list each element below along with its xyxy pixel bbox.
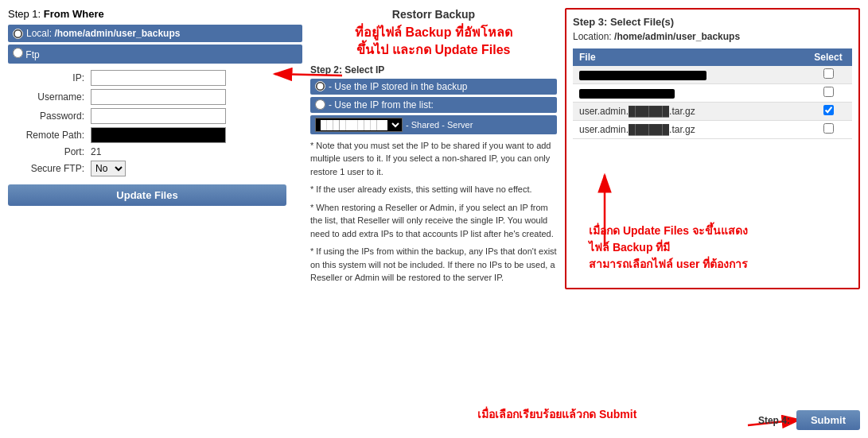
file-col-header: File — [573, 48, 804, 66]
server-dropdown[interactable]: ████████████ — [315, 118, 403, 132]
info-text-2: * If the user already exists, this setti… — [310, 183, 557, 196]
ip-list-radio[interactable] — [315, 99, 325, 110]
file-select-cell[interactable] — [804, 103, 852, 121]
ip-input[interactable] — [91, 70, 226, 86]
step1-panel: Step 1: From Where Local: /home/admin/us… — [8, 8, 302, 289]
username-label: Username: — [16, 87, 88, 107]
password-input[interactable] — [91, 108, 226, 124]
username-row: Username: — [16, 87, 310, 107]
ip-stored-row[interactable]: - Use the IP stored in the backup — [310, 79, 557, 95]
file-checkbox[interactable] — [823, 87, 834, 97]
file-checkbox[interactable] — [823, 123, 834, 134]
page-title: Restorr Backup — [310, 8, 557, 21]
remote-path-row: Remote Path: — [16, 126, 310, 145]
step2-panel: Restorr Backup ที่อยู่ไฟล์ Backup ที่อัพ… — [310, 8, 557, 289]
step1-label: Step 1: — [8, 8, 41, 20]
local-label: Local: — [26, 28, 52, 39]
ip-label: IP: — [16, 68, 88, 87]
info-text-3: * When restoring a Reseller or Admin, if… — [310, 201, 557, 241]
file-select-cell[interactable] — [804, 121, 852, 139]
ftp-option-row[interactable]: Ftp — [8, 45, 302, 64]
info-text-4: * If using the IPs from within the backu… — [310, 245, 557, 285]
port-row: Port: 21 — [16, 145, 310, 159]
port-label: Port: — [16, 145, 88, 159]
file-select-cell[interactable] — [804, 66, 852, 84]
server-select-row[interactable]: ████████████ - Shared - Server — [310, 115, 557, 134]
secure-ftp-select[interactable]: No Yes — [91, 161, 126, 176]
file-table-row: user.admin.██████.tar.gz — [573, 121, 852, 139]
file-checkbox[interactable] — [823, 68, 834, 79]
file-table-row — [573, 84, 852, 103]
file-name-cell — [573, 66, 804, 84]
file-table-row: user.admin.██████.tar.gz — [573, 103, 852, 121]
remote-path-label: Remote Path: — [16, 126, 88, 145]
ip-list-label: - Use the IP from the list: — [329, 99, 434, 110]
ip-list-row[interactable]: - Use the IP from the list: — [310, 97, 557, 113]
location-path: /home/admin/user_backups — [614, 31, 740, 42]
step4-label: Step 4: — [758, 415, 790, 426]
ip-row: IP: — [16, 68, 310, 87]
step1-label-bold: From Where — [44, 8, 104, 20]
update-files-button[interactable]: Update Files — [8, 184, 286, 206]
password-label: Password: — [16, 107, 88, 126]
file-table: File Select user.admin.██████.tar.gzuser… — [573, 48, 852, 139]
file-checkbox[interactable] — [823, 105, 834, 115]
port-value: 21 — [88, 145, 310, 159]
select-col-header: Select — [804, 48, 852, 66]
remote-path-input[interactable] — [91, 127, 226, 143]
username-input[interactable] — [91, 89, 226, 105]
step2-heading: Step 2: Select IP — [310, 64, 557, 76]
ftp-form-table: IP: Username: Password: Remote Path: Por… — [16, 68, 310, 178]
location-text: Location: /home/admin/user_backups — [573, 31, 852, 42]
step4-area: Step 4: Submit — [758, 410, 860, 430]
ip-stored-radio[interactable] — [315, 81, 325, 91]
step3-heading: Step 3: Select File(s) — [573, 16, 852, 28]
file-name-cell: user.admin.██████.tar.gz — [573, 103, 804, 121]
local-path: /home/admin/user_backups — [54, 28, 180, 39]
local-option-row[interactable]: Local: /home/admin/user_backups — [8, 25, 302, 42]
thai-annotation-1: ที่อยู่ไฟล์ Backup ที่อัพโหลดขึ้นไป และก… — [310, 24, 557, 60]
location-label: Location: — [573, 31, 612, 42]
password-row: Password: — [16, 107, 310, 126]
local-radio[interactable] — [13, 29, 23, 39]
ftp-radio[interactable] — [13, 48, 23, 58]
local-option-label: Local: /home/admin/user_backups — [26, 28, 180, 39]
step3-panel: Step 3: Select File(s) Location: /home/a… — [565, 8, 860, 289]
file-select-cell[interactable] — [804, 84, 852, 103]
ftp-label: Ftp — [25, 49, 39, 60]
file-table-row — [573, 66, 852, 84]
file-name-cell — [573, 84, 804, 103]
submit-button[interactable]: Submit — [796, 410, 860, 430]
secure-ftp-row: Secure FTP: No Yes — [16, 159, 310, 178]
file-name-cell: user.admin.██████.tar.gz — [573, 121, 804, 139]
ip-stored-label: - Use the IP stored in the backup — [329, 81, 468, 92]
server-label: - Shared - Server — [406, 120, 473, 130]
thai-annotation-3: เมื่อเลือกเรียบร้อยแล้วกด Submit — [477, 405, 636, 423]
secure-ftp-label: Secure FTP: — [16, 159, 88, 178]
info-text-1: * Note that you must set the IP to be sh… — [310, 139, 557, 179]
step1-heading: Step 1: From Where — [8, 8, 302, 20]
file-table-header: File Select — [573, 48, 852, 66]
